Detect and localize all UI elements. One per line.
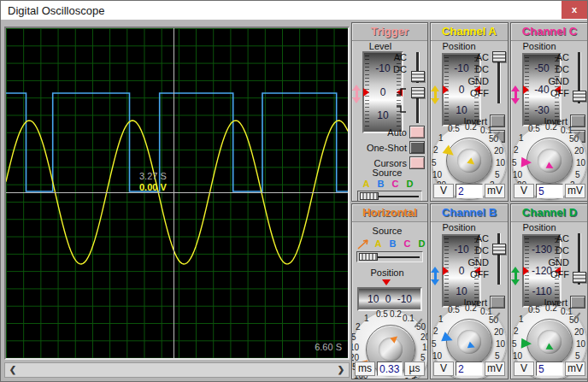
mode-dc-label: DC	[556, 64, 569, 74]
unit-volts: V	[514, 361, 534, 376]
oscilloscope-display[interactable]: 3.27 S 0.00 V 6.60 S	[4, 26, 350, 360]
channel-d-position-arrows[interactable]	[511, 262, 520, 290]
channel-c-scale-input[interactable]	[536, 184, 563, 198]
dial-label: 0.5	[448, 305, 460, 314]
channel-a-position-arrows[interactable]	[431, 81, 439, 109]
trigger-coupling-slider[interactable]	[411, 51, 425, 84]
horizontal-position-gauge[interactable]: 10 0 -10	[357, 287, 422, 311]
dial-label: 10	[432, 351, 442, 361]
panel-trigger: Trigger Level -10 0 10 AC DC	[351, 22, 428, 202]
panel-channel-d: Channel D Position -130 -120 -110 AC DC …	[510, 203, 588, 379]
cursor-voltage-label: 0.00 V	[139, 182, 167, 192]
horizontal-source-slider[interactable]	[356, 251, 423, 262]
dial-label: 10	[513, 351, 522, 361]
close-button[interactable]: x	[562, 1, 587, 19]
dial-label: 0.2	[465, 122, 477, 132]
mode-dc-label: DC	[556, 245, 569, 256]
panel-channel-b: Channel B Position -10 0 10 AC DC GND OF…	[430, 203, 509, 379]
cursor-time-label: 3.27 S	[139, 171, 167, 181]
channel-b-body: Position -10 0 10 AC DC GND OFF Invert 0…	[431, 222, 508, 379]
channel-a-body: Position -10 0 10 AC DC GND OFF Invert A…	[431, 41, 508, 201]
gauge-marker-left	[443, 267, 453, 275]
dial-label: 200	[361, 378, 375, 379]
panel-horizontal: Horizontal Source A B C D Position 10 0 …	[351, 203, 428, 379]
channel-c-title: Channel C	[511, 23, 588, 41]
source-b-label: B	[373, 179, 388, 189]
dial-label: 10	[576, 158, 585, 167]
auto-button[interactable]	[409, 126, 425, 138]
unit-ms: ms	[355, 361, 375, 376]
display-scrollbar[interactable]: ❮ ❯	[4, 362, 350, 378]
channel-c-value-row: V mV	[514, 184, 585, 198]
dial-label: 2	[356, 322, 361, 332]
window-title: Digital Oscilloscope	[8, 4, 104, 17]
horizontal-source-label: Source	[361, 226, 414, 236]
dial-label: 2	[514, 145, 519, 155]
mode-ac-label: AC	[476, 52, 489, 62]
horizontal-cursor[interactable]	[6, 192, 348, 193]
dial-label: 5	[575, 351, 580, 361]
oscilloscope-window: Digital Oscilloscope x 3.27 S 0.00 V 6.6…	[0, 0, 588, 382]
knob-pointer-large	[521, 338, 532, 350]
channel-c-mode-slider[interactable]	[573, 51, 586, 104]
unit-us: µs	[404, 361, 425, 376]
dial-label: 20	[574, 146, 584, 156]
trigger-source-slider[interactable]	[357, 191, 422, 202]
level-label: Level	[354, 41, 407, 51]
channel-c-body: Position -50 -40 -30 AC DC GND OFF Inver…	[511, 41, 588, 201]
trigger-body: Level -10 0 10 AC DC Auto	[352, 41, 427, 201]
source-a-label: A	[371, 238, 385, 249]
knob-center	[379, 338, 403, 361]
mode-dc-label: DC	[475, 64, 489, 74]
mode-off-label: OFF	[550, 269, 569, 279]
dial-label: 1	[519, 133, 524, 143]
channel-a-scale-input[interactable]	[456, 184, 483, 198]
scroll-right-button[interactable]: ❯	[333, 363, 349, 377]
horizontal-position-label: Position	[361, 267, 414, 278]
one-shot-button[interactable]	[409, 141, 425, 154]
timebase-value-input[interactable]	[377, 361, 403, 376]
mode-ac-label: AC	[556, 52, 569, 62]
trigger-level-arrows[interactable]	[352, 80, 361, 108]
dial-label: 0.2	[390, 309, 402, 319]
channel-b-scale-input[interactable]	[456, 361, 483, 376]
knob-grip[interactable]	[526, 138, 573, 184]
channel-d-mode-slider[interactable]	[573, 232, 586, 285]
channel-d-title: Channel D	[511, 204, 588, 222]
dial-label: 0.2	[465, 303, 477, 313]
channel-d-scale-input[interactable]	[536, 361, 563, 376]
channel-b-mode-slider[interactable]	[492, 232, 506, 285]
gauge-label: -10	[444, 244, 479, 256]
dial-label: 2	[514, 326, 519, 336]
horizontal-title: Horizontal	[352, 204, 427, 222]
dial-label: 10	[513, 170, 522, 179]
trigger-edge-slider[interactable]	[411, 86, 425, 124]
trigger-title: Trigger	[352, 23, 427, 41]
trigger-source-channels: A B C D	[359, 179, 417, 189]
channel-c-position-arrows[interactable]	[511, 81, 520, 109]
scroll-left-button[interactable]: ❮	[5, 363, 21, 377]
unit-volts: V	[514, 184, 534, 198]
dial-label: 1	[519, 314, 524, 324]
dial-label: 5	[512, 339, 517, 349]
dial-label: 5	[351, 332, 356, 342]
knob-pointer-large	[521, 157, 532, 168]
mode-ac-label: AC	[556, 233, 569, 244]
channel-d-body: Position -130 -120 -110 AC DC GND OFF In…	[511, 222, 588, 379]
panel-channel-a: Channel A Position -10 0 10 AC DC GND OF…	[430, 22, 509, 202]
channel-a-mode-slider[interactable]	[492, 51, 506, 104]
dial-label: 5	[495, 170, 500, 179]
source-d-label: D	[415, 238, 428, 249]
channel-b-position-arrows[interactable]	[431, 262, 439, 290]
source-b-label: B	[385, 238, 400, 249]
dial-label: 1	[364, 314, 369, 323]
ramp-source-icon	[357, 238, 371, 250]
mode-ac-label: AC	[476, 233, 489, 244]
position-label: Position	[513, 41, 566, 51]
dial-label: 0.5	[448, 124, 460, 133]
knob-grip[interactable]	[526, 319, 573, 365]
vertical-cursor[interactable]	[173, 28, 174, 358]
dial-label: 0.2	[545, 303, 557, 313]
mode-off-label: OFF	[470, 269, 489, 279]
dial-label: 0.5	[404, 377, 416, 379]
